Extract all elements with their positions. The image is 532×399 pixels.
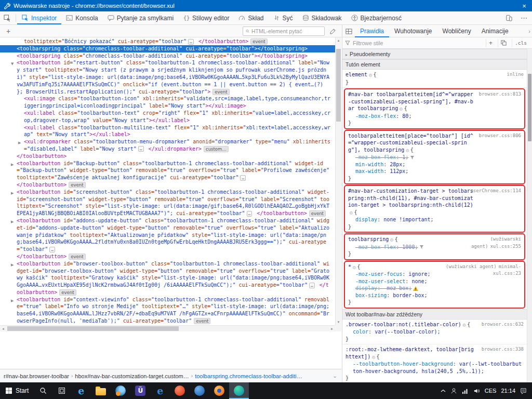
css-declaration[interactable]: color: var(--toolbar-color);: [345, 328, 524, 336]
css-declaration[interactable]: -moz-box-flex: 1;: [348, 154, 521, 161]
network-icon[interactable]: [462, 388, 469, 394]
collapsed-attributes-badge[interactable]: …: [309, 283, 315, 288]
scroll-down-arrow[interactable]: ▼: [336, 319, 341, 325]
add-node-icon[interactable]: +: [3, 27, 14, 35]
css-declaration[interactable]: box-sizing: border-box;: [348, 292, 521, 299]
markup-node[interactable]: ▶<toolbarbutton id="context-viewinfo" cl…: [0, 296, 335, 325]
split-panes-icon[interactable]: [342, 28, 355, 35]
taskbar-app-e-browser[interactable]: e: [150, 382, 170, 399]
toggle-classes-button[interactable]: .cls: [512, 39, 529, 47]
event-badge[interactable]: event: [250, 38, 267, 45]
stylesheet-link[interactable]: userChrome.css:114: [470, 188, 521, 193]
expand-twisty[interactable]: ▶: [11, 219, 14, 226]
css-declaration[interactable]: max-width: 112px;: [348, 168, 521, 175]
taskbar-app-globe-browser[interactable]: [229, 382, 249, 399]
taskbar-search-icon[interactable]: [34, 382, 52, 399]
scroll-left-arrow[interactable]: ◄: [0, 326, 6, 332]
stylesheet-link[interactable]: inline: [507, 72, 524, 77]
tab-overflow-icon[interactable]: ›: [528, 28, 532, 34]
markup-node[interactable]: tooltiptext="Bóčnicy pokazać" cui-areaty…: [0, 38, 335, 45]
notification-center-icon[interactable]: [520, 388, 527, 394]
markup-node[interactable]: <xul:image class="toolbarbutton-icon" xb…: [0, 95, 335, 110]
expand-twisty[interactable]: ▶: [11, 162, 14, 169]
style-filter-input[interactable]: [353, 40, 483, 46]
markup-node[interactable]: ▶<toolbarbutton id="Backup-button" class…: [0, 160, 335, 181]
more-tools-menu-icon[interactable]: ⋯: [518, 14, 530, 22]
taskbar-app-red-browser[interactable]: [170, 382, 190, 399]
tab-sk-adowak[interactable]: Składowak: [298, 11, 347, 24]
event-badge[interactable]: event: [194, 318, 210, 324]
stylesheet-link[interactable]: xul.css:255: [490, 244, 521, 249]
markup-vertical-scrollbar[interactable]: ▲ ▼: [335, 37, 341, 325]
tab-stilowy-editor[interactable]: {}Stilowy editor: [178, 11, 234, 24]
scrollbar-thumb[interactable]: [336, 49, 341, 122]
hidden-icons-chevron[interactable]: [441, 389, 446, 392]
class-panel-icon[interactable]: [498, 39, 509, 47]
css-declaration[interactable]: -moz-user-select: none;: [348, 278, 521, 285]
selector-highlighter-icon[interactable]: ◎: [390, 237, 393, 242]
stylesheet-link[interactable]: browser.css:806: [479, 133, 521, 138]
language-indicator[interactable]: CES: [485, 388, 497, 394]
event-badge[interactable]: event: [212, 89, 229, 95]
markup-node[interactable]: <toolbarspring class="chromeclass-toolba…: [0, 52, 335, 60]
stylesheet-link[interactable]: browser.css:813: [479, 91, 521, 97]
selector-highlighter-icon[interactable]: ◎: [406, 148, 408, 153]
tab-konsola[interactable]: Konsola: [61, 11, 102, 24]
scrollbar-thumb[interactable]: [7, 326, 179, 331]
eyedropper-icon[interactable]: [327, 28, 338, 35]
markup-horizontal-scrollbar[interactable]: ◄ ►: [0, 325, 335, 331]
markup-node[interactable]: ▶<toolbarbutton id="addons-update-button…: [0, 217, 335, 253]
sidebar-tab-wobli-eny[interactable]: Wobličeny: [437, 25, 476, 37]
selector-highlighter-icon[interactable]: ◎: [369, 72, 371, 77]
scrollbar-thumb[interactable]: [528, 74, 531, 141]
event-badge[interactable]: event: [69, 254, 85, 260]
css-declaration[interactable]: -moz-box-flex: 80;: [348, 113, 521, 120]
collapsed-attributes-badge[interactable]: …: [188, 39, 194, 45]
css-declaration[interactable]: display: -moz-box;: [348, 285, 521, 292]
volume-icon[interactable]: [473, 388, 480, 394]
markup-search-box[interactable]: [243, 26, 325, 36]
css-declaration[interactable]: display: none !important;: [348, 216, 521, 223]
taskbar-app-blue-browser[interactable]: [190, 382, 209, 399]
tab-inspektor[interactable]: Inspektor: [17, 11, 61, 24]
collapsed-attributes-badge[interactable]: …: [247, 211, 252, 217]
overridden-filter-icon[interactable]: [418, 244, 424, 250]
pseudo-elements-header[interactable]: ▸Pseudoelementy: [342, 49, 527, 59]
stylesheet-link[interactable]: minimal-xul.css:23: [493, 264, 521, 276]
markup-search-input[interactable]: [251, 28, 322, 34]
expand-twisty[interactable]: ▼: [11, 61, 14, 68]
collapsed-attributes-badge[interactable]: …: [240, 175, 246, 181]
tab-sy[interactable]: Syć: [269, 11, 298, 24]
markup-node[interactable]: <xul:label class="toolbarbutton-multilin…: [0, 124, 335, 139]
scroll-up-arrow[interactable]: ▲: [336, 37, 341, 44]
breadcrumb-item[interactable]: hbox#nav-bar-customization-target.custom…: [73, 372, 190, 380]
event-badge[interactable]: event: [309, 210, 326, 217]
taskbar-app-orange-browser[interactable]: [209, 382, 229, 399]
sidebar-tab-wuhotowanje[interactable]: Wuhotowanje: [389, 25, 437, 37]
css-declaration[interactable]: --toolbarbutton-hover-background: var(--…: [345, 361, 524, 375]
close-button[interactable]: ×: [516, 0, 532, 11]
stylesheet-link[interactable]: browser.css:632: [482, 322, 524, 327]
css-declaration[interactable]: min-width: 28px;: [348, 161, 521, 168]
breadcrumb-item[interactable]: toolbarspring.chromeclass-toolbar-additi…: [193, 372, 304, 380]
sidebar-tab-animacije[interactable]: Animacije: [476, 25, 514, 37]
element-picker-icon[interactable]: [0, 11, 15, 24]
taskbar-app-internet-explorer[interactable]: e: [71, 382, 91, 399]
section-twisty[interactable]: ▸: [345, 52, 348, 57]
selector-highlighter-icon[interactable]: ◎: [372, 354, 375, 360]
expand-twisty[interactable]: ▶: [11, 190, 14, 197]
markup-node[interactable]: </toolbarbutton>: [0, 153, 335, 160]
clock[interactable]: 21:14: [501, 388, 515, 394]
taskbar-app-file-explorer[interactable]: [91, 382, 111, 399]
event-badge[interactable]: event: [59, 289, 76, 296]
start-button[interactable]: Start: [0, 382, 34, 399]
sidebar-tab-prawid-a[interactable]: Prawidła: [355, 25, 389, 37]
markup-node[interactable]: ▼<toolbarbutton id="restart-button" clas…: [0, 59, 335, 95]
breadcrumb-item[interactable]: r#nav-bar.browser-toolbar: [2, 372, 71, 380]
stylesheet-link[interactable]: browser.css:338: [482, 347, 524, 352]
tab-bjezbarjernos[interactable]: Bjezbarjernosć: [347, 11, 406, 24]
selector-highlighter-icon[interactable]: ◎: [350, 210, 352, 215]
selector-highlighter-icon[interactable]: ◎: [400, 106, 402, 111]
add-rule-icon[interactable]: +: [486, 39, 495, 47]
markup-node[interactable]: </toolbarbutton>event: [0, 181, 335, 189]
